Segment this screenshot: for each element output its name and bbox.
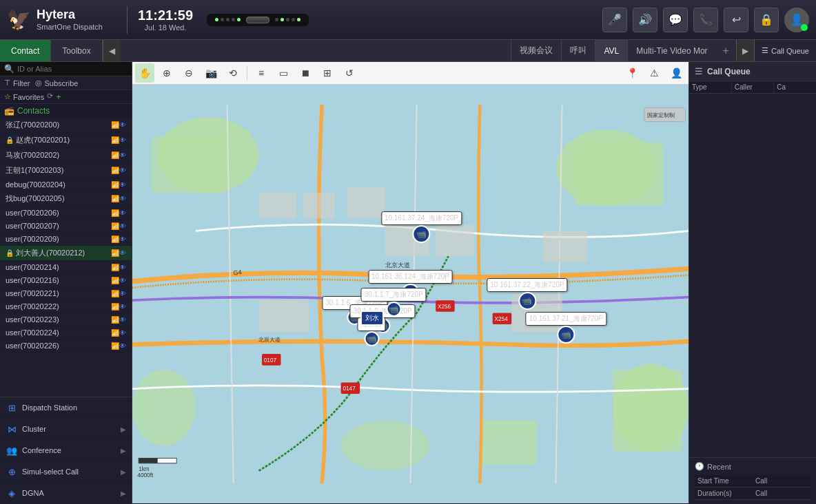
refresh-button[interactable]: ↩ [724, 8, 748, 32]
contact-item[interactable]: 🔒 赵虎(70020201) 📶 👁 [0, 133, 132, 148]
nav-item-dgna[interactable]: ◈ DGNA ▶ [0, 483, 132, 504]
contact-eye-icon[interactable]: 👁 [119, 303, 126, 311]
map-marker-1[interactable]: 10.161.37.24_海康720P 📹 [381, 211, 462, 243]
contact-eye-icon[interactable]: 👁 [119, 167, 126, 174]
filter-button[interactable]: ⊤ Filter [4, 78, 30, 87]
contact-eye-icon[interactable]: 👁 [119, 249, 126, 257]
map-tool-cursor[interactable]: ✋ [135, 63, 154, 83]
contact-item[interactable]: user(70020214) 📶 👁 [0, 261, 132, 274]
ptt-dot [297, 18, 300, 21]
mic-button[interactable]: 🎤 [602, 8, 627, 32]
contact-eye-icon[interactable]: 👁 [119, 151, 126, 159]
contact-eye-icon[interactable]: 👁 [119, 290, 126, 297]
top-bar: 🦅 Hytera SmartOne Dispatch 11:21:59 Jul.… [0, 0, 816, 40]
favorites-add-icon[interactable]: + [56, 92, 61, 102]
simul-select-expand-icon[interactable]: ▶ [121, 468, 126, 476]
nav-item-simul-select[interactable]: ⊕ Simul-select Call ▶ [0, 461, 132, 483]
contact-item[interactable]: user(70020226) 📶 👁 [0, 339, 132, 353]
map-marker-7[interactable]: 10.161.37.21_海康720P 📹 [526, 312, 606, 344]
contact-eye-icon[interactable]: 👁 [119, 316, 126, 324]
map-tool-fence[interactable]: ⊞ [318, 63, 337, 83]
contact-item[interactable]: 🔒 刘大善人(70020212) 📶 👁 [0, 246, 132, 261]
col-caller: Caller [732, 81, 775, 93]
contact-item[interactable]: 王朝1(70020203) 📶 👁 [0, 163, 132, 178]
map-tool-alert[interactable]: ⚠ [644, 63, 664, 83]
contact-item[interactable]: user(70020207) 📶 👁 [0, 220, 132, 233]
map-tool-history[interactable]: ⟲ [223, 63, 243, 83]
map-tool-locate[interactable]: 📍 [622, 63, 642, 83]
contact-item[interactable]: user(70020221) 📶 👁 [0, 287, 132, 300]
tab-contact[interactable]: Contact [0, 40, 51, 61]
map-tool-rect[interactable]: ▭ [274, 63, 293, 83]
contact-item[interactable]: user(70020223) 📶 👁 [0, 313, 132, 326]
tab-add-button[interactable]: + [716, 40, 736, 61]
search-input[interactable] [17, 65, 127, 73]
contact-item[interactable]: 张辽(70020200) 📶 👁 [0, 118, 132, 133]
nav-item-dispatch-station[interactable]: ⊞ Dispatch Station [0, 397, 132, 419]
contact-item[interactable]: 马攻(70020202) 📶 👁 [0, 148, 132, 163]
map-tool-add-location[interactable]: ⊕ [157, 63, 176, 83]
contact-item[interactable]: 找bug(70020205) 📶 👁 [0, 191, 132, 207]
speaker-button[interactable]: 🔊 [633, 8, 657, 32]
subscribe-button[interactable]: ◎ Subscribe [35, 78, 78, 87]
phone-button[interactable]: 📞 [693, 8, 718, 32]
svg-rect-13 [258, 300, 309, 332]
contact-eye-icon[interactable]: 👁 [119, 235, 126, 243]
contact-item[interactable]: user(70020222) 📶 👁 [0, 300, 132, 313]
recent-table-header-2: Duration(s) Call [695, 487, 810, 500]
contact-eye-icon[interactable]: 👁 [119, 195, 126, 202]
contact-item[interactable]: user(70020216) 📶 👁 [0, 274, 132, 287]
tab-avl[interactable]: AVL [595, 40, 627, 61]
call-table-header: Type Caller Ca [689, 81, 816, 94]
tab-right-arrow[interactable]: ▶ [736, 40, 754, 61]
map-container[interactable]: G4 北京大道 北辰大道 1km 4000ft 国家定制制 0107 0147 … [132, 85, 688, 503]
svg-rect-12 [347, 187, 385, 218]
contact-eye-icon[interactable]: 👁 [119, 329, 126, 337]
contact-eye-icon[interactable]: 👁 [119, 121, 126, 129]
tab-collapse-arrow[interactable]: ◀ [103, 40, 121, 61]
contact-eye-icon[interactable]: 👁 [119, 181, 126, 189]
contact-eye-icon[interactable]: 👁 [119, 136, 126, 144]
map-tool-layers[interactable]: 👤 [666, 63, 686, 83]
nav-item-conference[interactable]: 👥 Conference ▶ [0, 440, 132, 461]
dgna-expand-icon[interactable]: ▶ [121, 490, 126, 497]
svg-text:北辰大道: 北辰大道 [258, 337, 280, 343]
contact-eye-icon[interactable]: 👁 [119, 209, 126, 217]
map-tool-stop[interactable]: ⏹ [296, 63, 315, 83]
contact-signal-icon: 📶 [111, 249, 119, 257]
contact-eye-icon[interactable]: 👁 [119, 264, 126, 271]
favorites-refresh-icon[interactable]: ⟳ [47, 92, 53, 102]
svg-text:1km: 1km [139, 466, 150, 472]
tab-toolbox[interactable]: Toolbox [51, 40, 102, 61]
map-marker-6[interactable]: 10.161.37.22_海康720P 📹 [487, 278, 567, 310]
user-avatar-button[interactable]: 👤 [784, 8, 809, 32]
nav-label-conference: Conference [22, 446, 121, 454]
contact-item[interactable]: user(70020224) 📶 👁 [0, 326, 132, 339]
message-button[interactable]: 💬 [663, 8, 688, 32]
contact-name: user(70020226) [6, 342, 111, 350]
contact-item[interactable]: user(70020206) 📶 👁 [0, 207, 132, 220]
cluster-expand-icon[interactable]: ▶ [121, 426, 126, 433]
nav-item-cluster[interactable]: ⋈ Cluster ▶ [0, 419, 132, 440]
map-tool-refresh[interactable]: ↺ [340, 63, 359, 83]
lock-button[interactable]: 🔒 [754, 8, 779, 32]
marker-camera-icon: 📹 [557, 326, 575, 344]
contact-eye-icon[interactable]: 👁 [119, 277, 126, 284]
main-content: 🔍 ⊤ Filter ◎ Subscribe ☆ Favorites ⟳ + [0, 62, 816, 504]
contact-item[interactable]: user(70020209) 📶 👁 [0, 233, 132, 246]
tab-multitie[interactable]: Multi-Tie Video Mor [627, 40, 715, 61]
contact-eye-icon[interactable]: 👁 [119, 342, 126, 350]
conference-expand-icon[interactable]: ▶ [121, 447, 126, 454]
tab-call[interactable]: 呼叫 [561, 40, 595, 61]
map-tool-route[interactable]: ≡ [252, 63, 271, 83]
contact-name: 张辽(70020200) [6, 120, 111, 130]
ptt-button[interactable] [246, 17, 269, 23]
contact-eye-icon[interactable]: 👁 [119, 222, 126, 230]
search-icon: 🔍 [4, 64, 14, 74]
contact-item[interactable]: debug(70020204) 📶 👁 [0, 178, 132, 191]
map-tool-camera[interactable]: 📷 [201, 63, 221, 83]
marker-camera-icon: 📹 [386, 302, 401, 317]
tab-video-conference[interactable]: 视频会议 [511, 40, 561, 61]
map-tool-zoom-out[interactable]: ⊖ [179, 63, 198, 83]
call-queue-tab[interactable]: ☰ Call Queue [754, 40, 816, 61]
